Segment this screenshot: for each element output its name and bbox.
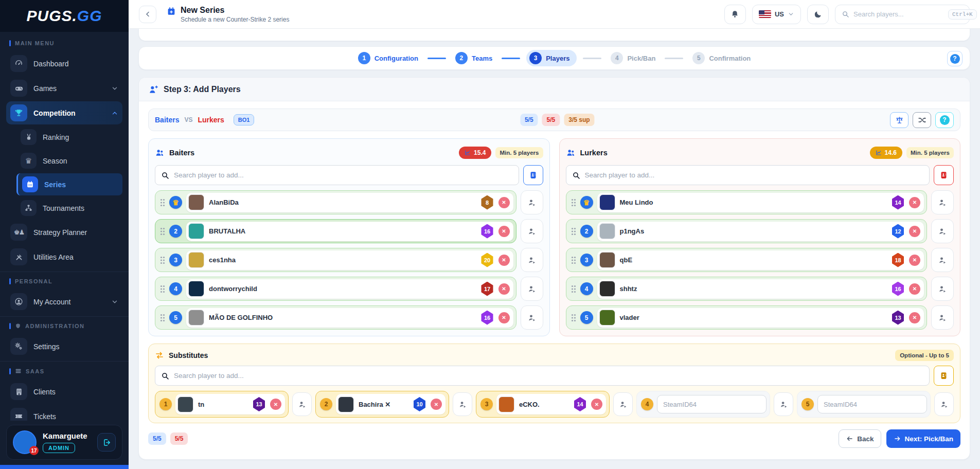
remove-player-button[interactable]: ✕ [909,255,920,266]
player-row[interactable]: ♛ AlanBiDa 8 ✕ [155,190,516,214]
drag-handle-icon[interactable] [160,314,165,322]
move-player-button[interactable] [521,219,543,243]
team-b-search-input[interactable] [585,171,924,179]
team-name: Baiters [169,149,194,157]
team-b-add-by-id-button[interactable] [934,165,954,185]
user-card[interactable]: 17 Kamarguete ADMIN [6,425,122,460]
move-player-button[interactable] [931,248,954,272]
step-players[interactable]: 3Players [526,50,577,66]
move-player-button[interactable] [521,277,543,301]
sidebar-item-clients[interactable]: Clients [6,380,122,403]
remove-player-button[interactable]: ✕ [909,312,920,323]
move-player-button[interactable] [931,219,954,243]
move-player-button[interactable] [774,392,793,416]
brand-logo[interactable]: PUGS.GG [0,0,129,32]
sidebar-item-tournaments[interactable]: Tournaments [16,197,122,219]
remove-player-button[interactable]: ✕ [498,197,510,208]
sidebar-item-tickets[interactable]: Tickets [6,405,122,421]
matchup-help-button[interactable]: ? [935,112,954,128]
steamid-input[interactable] [657,395,767,413]
remove-player-button[interactable]: ✕ [498,283,510,295]
move-player-button[interactable] [292,392,312,416]
move-player-button[interactable] [521,305,543,330]
player-row[interactable]: 5 vlader 13 ✕ [566,305,928,330]
team-a-add-by-id-button[interactable] [523,165,543,185]
sidebar-item-ranking[interactable]: Ranking [16,126,122,148]
sidebar-item-my-account[interactable]: My Account [6,290,122,313]
substitute-slot[interactable]: 1 tn 13 ✕ [155,391,289,418]
player-row[interactable]: 2 BRUTALHA 16 ✕ [155,219,516,243]
back-button[interactable]: Back [839,429,881,448]
drag-handle-icon[interactable] [160,199,165,207]
substitute-slot[interactable]: 3 eCKO. 14 ✕ [476,391,610,418]
sidebar-item-strategy-planner[interactable]: ♚♟ Strategy Planner [6,221,122,244]
remove-player-button[interactable]: ✕ [498,312,510,323]
next-pick-ban-button[interactable]: Next: Pick/Ban [886,429,960,448]
team-a-search-input[interactable] [174,171,513,179]
chevron-down-icon [111,298,118,305]
remove-player-button[interactable]: ✕ [431,399,442,410]
sidebar-item-dashboard[interactable]: Dashboard [6,52,122,75]
step-configuration[interactable]: 1Configuration [355,50,421,66]
move-player-button[interactable] [931,305,954,330]
drag-handle-icon[interactable] [160,227,165,236]
drag-handle-icon[interactable] [571,314,576,322]
dark-mode-toggle[interactable] [807,5,829,24]
player-row[interactable]: 2 p1ngAs 12 ✕ [566,219,928,243]
remove-player-button[interactable]: ✕ [270,399,281,410]
rank-badge: 2 [169,225,182,238]
step-teams[interactable]: 2Teams [452,50,495,66]
back-chevron-button[interactable] [139,6,156,23]
global-search-input[interactable] [853,10,944,18]
team-a-count-badge: 5/5 [520,114,538,126]
min-players-badge: Min. 5 players [906,147,954,158]
player-row[interactable]: 5 MÃO DE GOLFINHO 16 ✕ [155,305,516,330]
sidebar-item-utilities-area[interactable]: Utilities Area [6,245,122,268]
move-player-button[interactable] [934,392,954,416]
player-row[interactable]: 4 shhtz 16 ✕ [566,277,928,301]
sidebar-item-season[interactable]: ♛ Season [16,150,122,172]
move-player-button[interactable] [931,190,954,214]
team-name: Lurkers [580,149,608,157]
remove-player-button[interactable]: ✕ [909,226,920,237]
move-player-button[interactable] [453,392,472,416]
drag-handle-icon[interactable] [571,256,576,264]
move-player-button[interactable] [931,277,954,301]
remove-player-button[interactable]: ✕ [909,283,920,295]
logout-button[interactable] [97,433,116,452]
sidebar-item-games[interactable]: Games [6,77,122,100]
stepper-help-button[interactable]: ? [947,51,963,66]
move-player-button[interactable] [613,392,633,416]
drag-handle-icon[interactable] [571,199,576,207]
move-player-button[interactable] [521,190,543,214]
shuffle-teams-button[interactable] [913,112,931,128]
remove-player-button[interactable]: ✕ [909,197,920,208]
remove-player-button[interactable]: ✕ [498,255,510,266]
subs-add-by-id-button[interactable] [934,366,954,386]
notifications-button[interactable] [724,5,746,24]
player-row[interactable]: 3 qbE 18 ✕ [566,248,928,272]
drag-handle-icon[interactable] [571,227,576,236]
remove-player-button[interactable]: ✕ [591,399,602,410]
player-row[interactable]: 4 dontworrychild 17 ✕ [155,277,516,301]
global-search: Ctrl+K [835,5,970,24]
drag-handle-icon[interactable] [160,256,165,264]
sidebar-item-competition[interactable]: Competition [6,101,122,124]
sidebar-item-settings[interactable]: Settings [6,335,122,358]
section-personal: PERSONAL [6,273,122,288]
balance-teams-button[interactable] [890,112,908,128]
sidebar-item-series[interactable]: Series [16,173,122,195]
move-player-button[interactable] [521,248,543,272]
steamid-input[interactable] [817,395,927,413]
drag-handle-icon[interactable] [571,285,576,293]
drag-handle-icon[interactable] [160,285,165,293]
player-row[interactable]: ♛ Meu Lindo 14 ✕ [566,190,928,214]
question-icon: ? [950,54,960,64]
section-main-menu: MAIN MENU [6,35,122,50]
substitute-slot[interactable]: 2 Bachira ✕ 10 ✕ [315,391,449,418]
remove-player-button[interactable]: ✕ [498,226,510,237]
player-name: BRUTALHA [209,227,476,235]
locale-selector[interactable]: US [752,5,801,24]
player-row[interactable]: 3 ces1nha 20 ✕ [155,248,516,272]
subs-search-input[interactable] [174,372,923,380]
